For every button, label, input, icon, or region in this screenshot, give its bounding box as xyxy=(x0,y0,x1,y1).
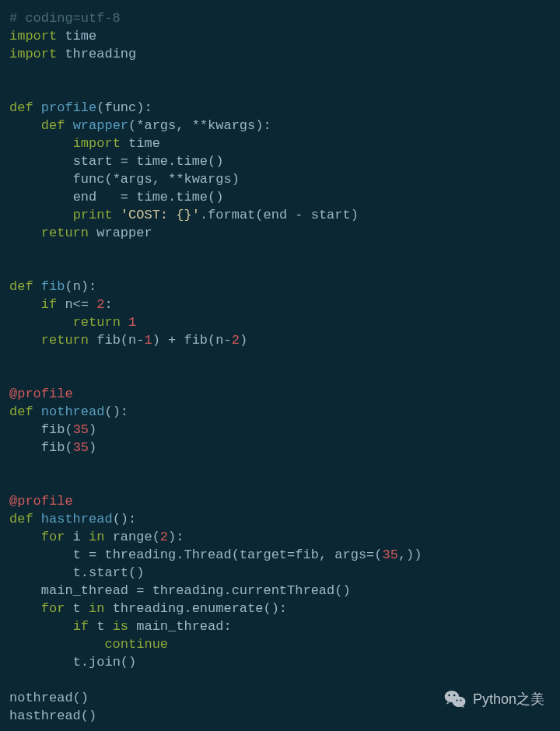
watermark-text: Python之美 xyxy=(473,691,544,708)
def-hasthread: hasthread xyxy=(41,512,113,526)
wechat-icon xyxy=(443,687,467,711)
decorator-profile: @profile xyxy=(9,386,73,401)
import-kw: import xyxy=(9,47,57,61)
svg-point-3 xyxy=(453,697,466,707)
comment-line: # coding=utf-8 xyxy=(9,11,121,26)
def-profile: profile xyxy=(41,100,96,115)
def-nothread: nothread xyxy=(41,404,105,419)
svg-point-6 xyxy=(456,700,457,701)
def-fib: fib xyxy=(41,279,65,294)
decorator-profile: @profile xyxy=(9,494,73,509)
call-nothread: nothread() xyxy=(9,691,89,705)
svg-point-4 xyxy=(448,694,450,697)
code-block: # coding=utf-8 import time import thread… xyxy=(9,9,551,725)
call-hasthread: hasthread() xyxy=(9,708,96,723)
print-kw: print xyxy=(73,208,121,222)
watermark: Python之美 xyxy=(443,687,544,711)
def-kw: def xyxy=(9,100,41,115)
def-wrapper: wrapper xyxy=(73,118,128,133)
import-kw: import xyxy=(9,29,57,44)
svg-point-5 xyxy=(453,694,456,697)
continue-kw: continue xyxy=(104,637,168,652)
svg-point-7 xyxy=(460,700,461,701)
